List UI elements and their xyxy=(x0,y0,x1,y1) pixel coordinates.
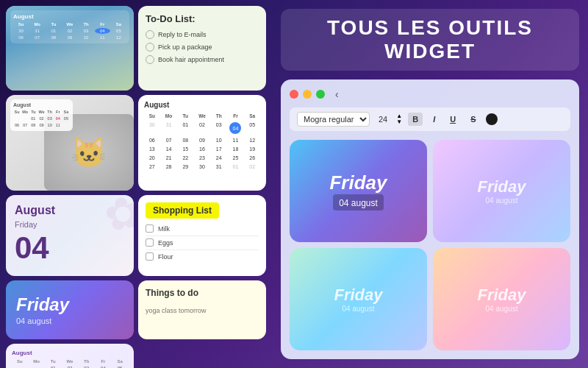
cal-hdr: We xyxy=(62,21,77,27)
todo-item-3: Book hair appointment xyxy=(146,55,259,64)
august-calendar-widget: August Su Mo Tu We Th Fr Sa 30 31 01 02 … xyxy=(138,95,266,191)
todo-widget: To-Do List: Reply to E-mails Pick up a p… xyxy=(138,6,266,91)
todo-checkbox-1[interactable] xyxy=(146,30,154,39)
cat-mini-grid: Su Mo Tu We Th Fr Sa 01 02 03 04 05 06 0… xyxy=(13,109,70,128)
small-cal-month: August xyxy=(12,350,128,356)
photo-cal-month: August xyxy=(13,13,126,20)
showcase-date-box-1: 04 august xyxy=(333,194,384,210)
todo-title: To-Do List: xyxy=(146,13,259,24)
shopping-list-widget: Shopping List Milk Eggs Flour xyxy=(138,195,266,276)
shop-text-3: Flour xyxy=(158,253,173,261)
underline-button[interactable]: U xyxy=(445,113,460,126)
showcase-friday-2: Friday xyxy=(477,177,526,197)
showcase-item-2: Friday 04 august xyxy=(433,140,570,242)
showcase-friday-4: Friday xyxy=(477,286,526,305)
italic-button[interactable]: I xyxy=(429,113,440,126)
widget-showcase: Friday 04 august Friday 04 august Friday… xyxy=(290,140,570,350)
cat-calendar-widget: 🐱 August Su Mo Tu We Th Fr Sa 01 02 03 0… xyxy=(6,95,134,191)
shop-text-2: Eggs xyxy=(158,239,173,247)
photo-cal-overlay: August Su Mo Tu We Th Fr Sa 30 31 01 02 … xyxy=(10,10,129,43)
cal-hdr: Sa xyxy=(111,21,126,27)
shopping-item-3: Flour xyxy=(146,252,259,261)
font-family-select[interactable]: Mogra regular xyxy=(297,112,370,127)
shopping-title: Shopping List xyxy=(146,202,219,219)
cat-cal-month: August xyxy=(13,102,70,107)
things-input[interactable] xyxy=(146,307,259,314)
mac-titlebar: ‹ xyxy=(290,88,570,100)
cal-hdr: Fr xyxy=(95,21,110,27)
mac-maximize-button[interactable] xyxy=(316,90,325,99)
todo-text-3: Book hair appointment xyxy=(158,56,224,63)
mac-close-button[interactable] xyxy=(290,90,298,99)
todo-checkbox-2[interactable] xyxy=(146,43,154,52)
shop-check-1[interactable] xyxy=(146,224,154,233)
friday-day: Friday xyxy=(16,294,123,315)
friday-date: 04 august xyxy=(16,316,123,325)
strikethrough-button[interactable]: S xyxy=(466,113,480,126)
shopping-item-2: Eggs xyxy=(146,238,259,247)
shop-text-1: Milk xyxy=(158,225,170,233)
color-picker[interactable] xyxy=(486,113,498,125)
bold-button[interactable]: B xyxy=(408,113,423,126)
showcase-item-1: Friday 04 august xyxy=(290,140,427,242)
showcase-date-1: 04 august xyxy=(339,198,378,208)
showcase-item-3: Friday 04 august xyxy=(290,248,427,350)
aug-cal-grid: Su Mo Tu We Th Fr Sa 30 31 01 02 03 04 0… xyxy=(144,112,260,171)
cat-cal-overlay: August Su Mo Tu We Th Fr Sa 01 02 03 04 … xyxy=(10,99,73,131)
showcase-date-3: 04 august xyxy=(343,305,375,313)
shop-check-2[interactable] xyxy=(146,238,154,247)
shopping-item-1: Milk xyxy=(146,224,259,233)
mac-toolbar: Mogra regular 24 ▲ ▼ B I U S xyxy=(290,107,570,131)
small-calendar-widget: August Su Mo Tu We Th Fr Sa 01 02 03 04 … xyxy=(6,344,134,368)
cal-hdr: Su xyxy=(13,21,29,27)
font-size-value: 24 xyxy=(379,115,387,124)
todo-item-2: Pick up a package xyxy=(146,43,259,52)
calendar-photo-widget: August Su Mo Tu We Th Fr Sa 30 31 01 02 … xyxy=(6,6,134,91)
photo-cal-grid: Su Mo Tu We Th Fr Sa 30 31 01 02 03 04 0… xyxy=(13,21,126,40)
left-panel: August Su Mo Tu We Th Fr Sa 30 31 01 02 … xyxy=(0,0,272,368)
august-text-widget: ✿ August Friday 04 xyxy=(6,195,134,276)
friday-gradient-widget: Friday 04 august xyxy=(6,280,134,339)
showcase-date-4: 04 august xyxy=(486,305,518,313)
mac-minimize-button[interactable] xyxy=(303,90,312,99)
todo-item-1: Reply to E-mails xyxy=(146,30,259,39)
shop-check-3[interactable] xyxy=(146,252,154,261)
small-cal-grid: Su Mo Tu We Th Fr Sa 01 02 03 04 05 xyxy=(12,358,128,368)
right-panel: TOUS LES OUTILS WIDGET ‹ Mogra regular 2… xyxy=(272,0,588,368)
font-size-stepper[interactable]: ▲ ▼ xyxy=(396,113,402,125)
mac-window: ‹ Mogra regular 24 ▲ ▼ B I U S Friday 04… xyxy=(281,79,579,359)
cal-hdr: Mo xyxy=(29,21,45,27)
main-header-title: TOUS LES OUTILS WIDGET xyxy=(281,9,579,71)
mac-back-button[interactable]: ‹ xyxy=(335,88,339,100)
todo-checkbox-3[interactable] xyxy=(146,55,154,64)
showcase-date-2: 04 august xyxy=(486,197,518,205)
todo-text-1: Reply to E-mails xyxy=(158,31,207,38)
showcase-item-4: Friday 04 august xyxy=(433,248,570,350)
cal-hdr: Tu xyxy=(46,21,61,27)
things-todo-widget: Things to do xyxy=(138,280,266,339)
todo-text-2: Pick up a package xyxy=(158,43,212,51)
showcase-friday-1: Friday xyxy=(329,171,387,194)
things-title: Things to do xyxy=(146,288,259,298)
cal-hdr: Th xyxy=(79,21,94,27)
showcase-friday-3: Friday xyxy=(334,286,382,305)
aug-cal-title: August xyxy=(144,101,260,109)
